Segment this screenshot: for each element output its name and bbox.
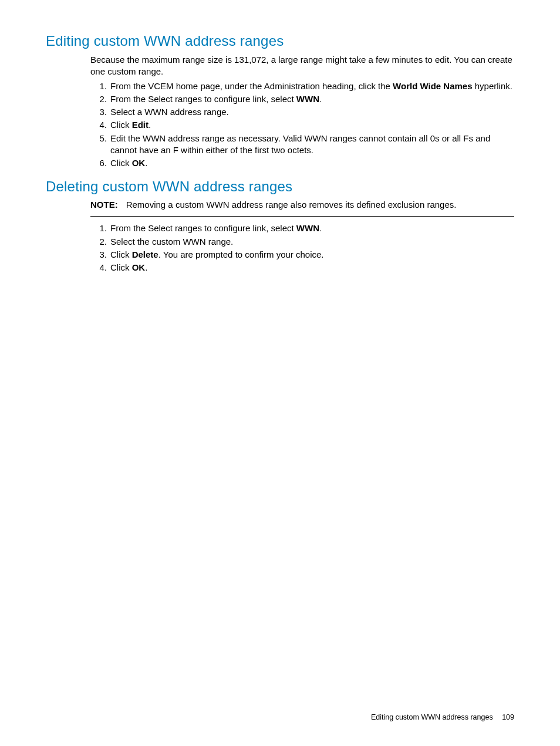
footer-text: Editing custom WWN address ranges (371, 713, 493, 721)
step-bold: OK (132, 262, 146, 272)
step-number: 1. (90, 80, 107, 92)
step-item: 2. Select the custom WWN range. (90, 236, 514, 248)
step-text: Click (110, 158, 132, 168)
step-item: 2. From the Select ranges to configure l… (90, 93, 514, 105)
step-item: 1. From the Select ranges to configure l… (90, 222, 514, 234)
note-text: Removing a custom WWN address range also… (126, 200, 457, 210)
step-text: From the Select ranges to configure link… (110, 223, 296, 233)
note-block: NOTE:Removing a custom WWN address range… (90, 200, 514, 217)
step-post: hyperlink. (473, 81, 512, 91)
step-number: 3. (90, 249, 107, 261)
step-number: 2. (90, 93, 107, 105)
step-number: 4. (90, 119, 107, 131)
section1-steps: 1. From the VCEM home page, under the Ad… (90, 80, 514, 170)
step-item: 1. From the VCEM home page, under the Ad… (90, 80, 514, 92)
footer-page-number: 109 (502, 713, 514, 721)
section1-intro: Because the maximum range size is 131,07… (90, 54, 514, 78)
step-bold: Edit (132, 120, 149, 130)
step-number: 5. (90, 133, 107, 144)
step-text: Select a WWN address range. (110, 107, 229, 117)
step-bold: WWN (296, 223, 319, 233)
step-bold: WWN (296, 94, 319, 104)
step-item: 4. Click Edit. (90, 119, 514, 131)
step-number: 6. (90, 157, 107, 169)
step-item: 4. Click OK. (90, 262, 514, 274)
step-text: Edit the WWN address range as necessary.… (110, 133, 490, 155)
step-post: . You are prompted to confirm your choic… (158, 249, 324, 259)
step-number: 1. (90, 222, 107, 234)
step-post: . (319, 223, 322, 233)
step-text: Click (110, 249, 132, 259)
step-item: 3. Click Delete. You are prompted to con… (90, 249, 514, 261)
step-item: 6. Click OK. (90, 157, 514, 169)
section-heading-editing: Editing custom WWN address ranges (46, 33, 514, 49)
step-text: From the VCEM home page, under the Admin… (110, 81, 393, 91)
step-text: Click (110, 120, 132, 130)
step-post: . (319, 94, 322, 104)
step-number: 2. (90, 236, 107, 248)
note-label: NOTE: (90, 200, 118, 210)
step-post: . (149, 120, 151, 130)
step-item: 3. Select a WWN address range. (90, 106, 514, 118)
section-heading-deleting: Deleting custom WWN address ranges (46, 178, 514, 195)
step-item: 5. Edit the WWN address range as necessa… (90, 133, 514, 157)
step-post: . (145, 262, 147, 272)
step-bold: World Wide Names (393, 81, 472, 91)
step-text: From the Select ranges to configure link… (110, 94, 296, 104)
step-post: . (145, 158, 147, 168)
step-number: 3. (90, 106, 107, 118)
step-number: 4. (90, 262, 107, 274)
page-footer: Editing custom WWN address ranges 109 (371, 713, 514, 721)
section2-content: NOTE:Removing a custom WWN address range… (46, 200, 514, 274)
step-bold: Delete (132, 249, 158, 259)
section1-content: Because the maximum range size is 131,07… (46, 54, 514, 169)
step-text: Select the custom WWN range. (110, 237, 233, 247)
step-bold: OK (132, 158, 146, 168)
section2-steps: 1. From the Select ranges to configure l… (90, 222, 514, 274)
step-text: Click (110, 262, 132, 272)
